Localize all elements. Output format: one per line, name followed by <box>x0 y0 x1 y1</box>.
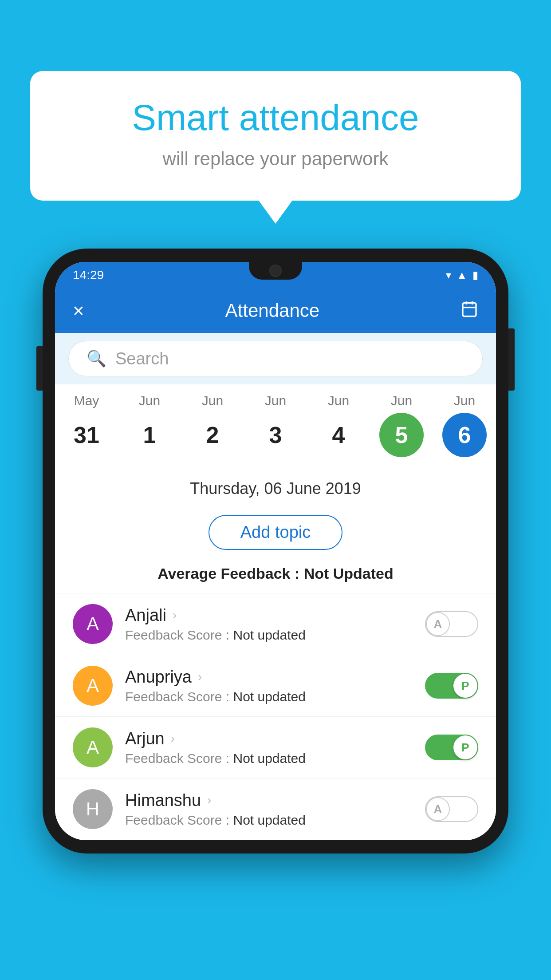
student-item: AArjun›Feedback Score : Not updatedP <box>55 717 496 778</box>
add-topic-container: Add topic <box>55 510 496 561</box>
calendar-day[interactable]: Jun2 <box>190 393 235 457</box>
cal-month-label: Jun <box>139 393 160 408</box>
phone-right-button <box>508 328 515 391</box>
cal-day-number: 31 <box>64 413 109 457</box>
calendar-icon[interactable] <box>460 300 478 322</box>
search-container: 🔍 Search <box>55 333 496 384</box>
chevron-right-icon: › <box>171 731 175 746</box>
calendar-day[interactable]: Jun3 <box>253 393 298 457</box>
calendar-day[interactable]: Jun5 <box>379 393 424 457</box>
app-bar: × Attendance <box>55 288 496 333</box>
student-name: Anjali <box>125 606 166 625</box>
add-topic-button[interactable]: Add topic <box>209 515 342 550</box>
student-name-row[interactable]: Himanshu› <box>125 791 413 810</box>
student-name-row[interactable]: Anupriya› <box>125 668 413 687</box>
calendar-day[interactable]: May31 <box>64 393 109 457</box>
calendar-day[interactable]: Jun1 <box>127 393 172 457</box>
student-item: AAnjali›Feedback Score : Not updatedA <box>55 593 496 655</box>
close-button[interactable]: × <box>73 300 84 322</box>
student-info: Anjali›Feedback Score : Not updated <box>125 606 413 643</box>
calendar-day[interactable]: Jun6 <box>442 393 487 457</box>
cal-day-number: 4 <box>316 413 361 457</box>
student-name-row[interactable]: Anjali› <box>125 606 413 625</box>
toggle-knob: P <box>453 674 477 698</box>
phone-wrapper: 14:29 ▾ ▲ ▮ × Attendance <box>43 249 508 854</box>
phone-outer: 14:29 ▾ ▲ ▮ × Attendance <box>43 249 508 854</box>
phone-camera <box>269 265 282 277</box>
phone-screen: 14:29 ▾ ▲ ▮ × Attendance <box>55 262 496 840</box>
speech-bubble-container: Smart attendance will replace your paper… <box>30 71 521 201</box>
toggle-knob: A <box>426 797 450 821</box>
student-name-row[interactable]: Arjun› <box>125 729 413 748</box>
cal-month-label: Jun <box>265 393 286 408</box>
avg-feedback: Average Feedback : Not Updated <box>55 561 496 593</box>
app-bar-title: Attendance <box>225 300 320 321</box>
avatar: H <box>73 789 113 829</box>
search-placeholder: Search <box>115 349 169 368</box>
avatar: A <box>73 604 113 644</box>
date-info: Thursday, 06 June 2019 <box>55 470 496 510</box>
attendance-toggle[interactable]: A <box>425 796 478 822</box>
student-item: AAnupriya›Feedback Score : Not updatedP <box>55 655 496 717</box>
cal-day-number: 2 <box>190 413 235 457</box>
student-item: HHimanshu›Feedback Score : Not updatedA <box>55 778 496 840</box>
battery-icon: ▮ <box>472 269 478 281</box>
attendance-toggle[interactable]: P <box>425 673 478 699</box>
search-input[interactable]: 🔍 Search <box>68 341 483 376</box>
status-time: 14:29 <box>73 268 104 282</box>
attendance-toggle[interactable]: P <box>425 735 478 760</box>
student-name: Arjun <box>125 729 165 748</box>
cal-day-number: 3 <box>253 413 298 457</box>
cal-month-label: Jun <box>202 393 223 408</box>
attendance-toggle[interactable]: A <box>425 611 478 637</box>
student-info: Himanshu›Feedback Score : Not updated <box>125 791 413 828</box>
feedback-score: Feedback Score : Not updated <box>125 813 413 828</box>
toggle-switch[interactable]: A <box>425 796 478 822</box>
toggle-knob: A <box>426 612 450 636</box>
avatar: A <box>73 727 113 767</box>
cal-month-label: May <box>74 393 99 408</box>
search-icon: 🔍 <box>87 349 106 368</box>
speech-bubble-title: Smart attendance <box>66 98 485 138</box>
phone-left-button <box>36 346 43 391</box>
student-name: Himanshu <box>125 791 201 810</box>
status-icons: ▾ ▲ ▮ <box>446 269 478 281</box>
avg-feedback-value: Not Updated <box>304 565 394 582</box>
student-info: Arjun›Feedback Score : Not updated <box>125 729 413 766</box>
svg-rect-0 <box>463 303 476 316</box>
student-name: Anupriya <box>125 668 192 687</box>
student-info: Anupriya›Feedback Score : Not updated <box>125 668 413 704</box>
cal-month-label: Jun <box>391 393 412 408</box>
avatar: A <box>73 666 113 706</box>
feedback-score: Feedback Score : Not updated <box>125 628 413 643</box>
toggle-switch[interactable]: P <box>425 735 478 760</box>
cal-month-label: Jun <box>454 393 475 408</box>
toggle-switch[interactable]: P <box>425 673 478 699</box>
cal-day-number: 5 <box>379 413 424 457</box>
toggle-switch[interactable]: A <box>425 611 478 637</box>
speech-bubble: Smart attendance will replace your paper… <box>30 71 521 201</box>
calendar-day[interactable]: Jun4 <box>316 393 361 457</box>
chevron-right-icon: › <box>173 608 177 622</box>
chevron-right-icon: › <box>198 670 202 684</box>
chevron-right-icon: › <box>207 793 211 807</box>
student-list: AAnjali›Feedback Score : Not updatedAAAn… <box>55 593 496 840</box>
feedback-score: Feedback Score : Not updated <box>125 689 413 704</box>
cal-day-number: 1 <box>127 413 172 457</box>
calendar-strip: May31Jun1Jun2Jun3Jun4Jun5Jun6 <box>55 384 496 470</box>
signal-icon: ▲ <box>457 269 467 281</box>
feedback-score: Feedback Score : Not updated <box>125 751 413 766</box>
cal-month-label: Jun <box>328 393 349 408</box>
selected-date: Thursday, 06 June 2019 <box>55 479 496 498</box>
avg-feedback-label: Average Feedback : <box>157 565 299 582</box>
wifi-icon: ▾ <box>446 269 451 281</box>
cal-day-number: 6 <box>442 413 487 457</box>
speech-bubble-subtitle: will replace your paperwork <box>66 148 485 170</box>
toggle-knob: P <box>453 735 477 759</box>
